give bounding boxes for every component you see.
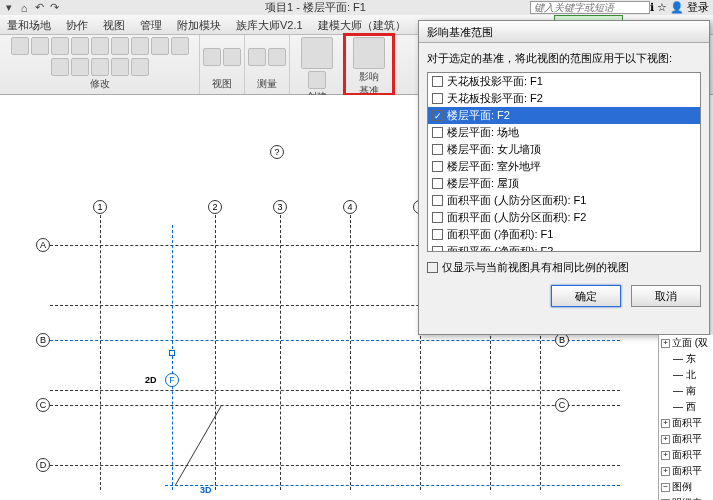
grid-bubble[interactable]: 3 — [273, 200, 287, 214]
checkbox-icon[interactable] — [432, 178, 443, 189]
tree-item[interactable]: −图例 — [659, 479, 713, 495]
checkbox-icon[interactable] — [432, 246, 443, 252]
tool-icon[interactable] — [268, 48, 286, 66]
grid-bubble[interactable]: D — [36, 458, 50, 472]
tree-item[interactable]: — 北 — [659, 367, 713, 383]
tool-icon[interactable] — [223, 48, 241, 66]
tool-icon[interactable] — [91, 37, 109, 55]
tool-icon[interactable] — [308, 71, 326, 89]
tool-icon[interactable] — [71, 37, 89, 55]
checkbox-icon[interactable] — [432, 110, 443, 121]
tool-icon[interactable] — [301, 37, 333, 69]
tab-collaborate[interactable]: 协作 — [59, 15, 96, 34]
grid-3d-label[interactable]: 3D — [200, 485, 212, 495]
propagate-extents-icon[interactable] — [353, 37, 385, 69]
grid-line[interactable] — [50, 465, 620, 466]
expand-icon[interactable]: + — [661, 451, 670, 460]
grid-line[interactable] — [50, 390, 620, 391]
project-browser[interactable]: +立面 (双— 东— 北— 南— 西+面积平+面积平+面积平+面积平−图例−明细… — [658, 335, 713, 500]
grid-line[interactable] — [350, 215, 351, 490]
tool-icon[interactable] — [131, 37, 149, 55]
undo-icon[interactable]: ↶ — [32, 1, 46, 15]
checkbox-icon[interactable] — [432, 229, 443, 240]
grid-bubble[interactable]: 1 — [93, 200, 107, 214]
grid-bubble[interactable]: 4 — [343, 200, 357, 214]
grid-bubble[interactable]: B — [36, 333, 50, 347]
view-list-item[interactable]: 天花板投影平面: F2 — [428, 90, 700, 107]
view-list-item[interactable]: 天花板投影平面: F1 — [428, 73, 700, 90]
expand-icon[interactable]: + — [661, 419, 670, 428]
view-list-item[interactable]: 楼层平面: 场地 — [428, 124, 700, 141]
drag-handle[interactable] — [169, 350, 175, 356]
tool-icon[interactable] — [71, 58, 89, 76]
grid-2d-label[interactable]: 2D — [145, 375, 157, 385]
tree-item[interactable]: — 西 — [659, 399, 713, 415]
expand-icon[interactable]: + — [661, 467, 670, 476]
star-icon[interactable]: ☆ — [657, 1, 667, 14]
tab-mass-site[interactable]: 量和场地 — [0, 15, 59, 34]
expand-icon[interactable]: + — [661, 339, 670, 348]
tab-family-lib[interactable]: 族库大师V2.1 — [229, 15, 311, 34]
tool-icon[interactable] — [111, 58, 129, 76]
checkbox-icon[interactable] — [432, 93, 443, 104]
checkbox-icon[interactable] — [432, 212, 443, 223]
checkbox-icon[interactable] — [432, 161, 443, 172]
tool-icon[interactable] — [131, 58, 149, 76]
grid-bubble[interactable]: 2 — [208, 200, 222, 214]
search-input[interactable] — [530, 1, 650, 14]
login-label[interactable]: 登录 — [687, 0, 709, 15]
tree-item[interactable]: +面积平 — [659, 447, 713, 463]
checkbox-icon[interactable] — [432, 76, 443, 87]
view-list-item[interactable]: 面积平面 (净面积): F2 — [428, 243, 700, 252]
tool-icon[interactable] — [51, 58, 69, 76]
checkbox-icon[interactable] — [427, 262, 438, 273]
grid-line[interactable] — [280, 215, 281, 490]
grid-bubble[interactable]: C — [36, 398, 50, 412]
tree-item[interactable]: +面积平 — [659, 431, 713, 447]
tab-addins[interactable]: 附加模块 — [170, 15, 229, 34]
tree-item[interactable]: — 南 — [659, 383, 713, 399]
checkbox-icon[interactable] — [432, 195, 443, 206]
grid-line-selected[interactable] — [50, 340, 620, 341]
tool-icon[interactable] — [111, 37, 129, 55]
tab-manage[interactable]: 管理 — [133, 15, 170, 34]
grid-line[interactable] — [50, 405, 620, 406]
tree-item[interactable]: +面积平 — [659, 463, 713, 479]
same-scale-option[interactable]: 仅显示与当前视图具有相同比例的视图 — [427, 260, 701, 275]
tool-icon[interactable] — [151, 37, 169, 55]
grid-bubble-sel[interactable]: F — [165, 373, 179, 387]
grid-bubble[interactable]: B — [555, 333, 569, 347]
dialog-titlebar[interactable]: 影响基准范围 — [419, 21, 709, 43]
view-list-item[interactable]: 楼层平面: 屋顶 — [428, 175, 700, 192]
view-list-item[interactable]: 面积平面 (人防分区面积): F1 — [428, 192, 700, 209]
tool-icon[interactable] — [31, 37, 49, 55]
redo-icon[interactable]: ↷ — [47, 1, 61, 15]
view-list[interactable]: 天花板投影平面: F1天花板投影平面: F2楼层平面: F2楼层平面: 场地楼层… — [427, 72, 701, 252]
grid-line[interactable] — [100, 215, 101, 490]
tool-icon[interactable] — [171, 37, 189, 55]
tree-item[interactable]: +面积平 — [659, 415, 713, 431]
expand-icon[interactable]: + — [661, 435, 670, 444]
view-list-item[interactable]: 面积平面 (人防分区面积): F2 — [428, 209, 700, 226]
grid-bubble[interactable]: ? — [270, 145, 284, 159]
info-icon[interactable]: ℹ — [650, 1, 654, 14]
tool-icon[interactable] — [248, 48, 266, 66]
grid-line-selected[interactable] — [165, 485, 620, 486]
grid-line-selected[interactable] — [172, 225, 173, 490]
tool-icon[interactable] — [91, 58, 109, 76]
view-list-item[interactable]: 楼层平面: 女儿墙顶 — [428, 141, 700, 158]
tree-item[interactable]: +立面 (双 — [659, 335, 713, 351]
checkbox-icon[interactable] — [432, 144, 443, 155]
grid-bubble[interactable]: C — [555, 398, 569, 412]
grid-bubble[interactable]: A — [36, 238, 50, 252]
tree-item[interactable]: −明细表 — [659, 495, 713, 500]
collapse-icon[interactable]: − — [661, 483, 670, 492]
tab-view[interactable]: 视图 — [96, 15, 133, 34]
tool-icon[interactable] — [11, 37, 29, 55]
user-icon[interactable]: 👤 — [670, 1, 684, 14]
checkbox-icon[interactable] — [432, 127, 443, 138]
cancel-button[interactable]: 取消 — [631, 285, 701, 307]
tool-icon[interactable] — [203, 48, 221, 66]
save-icon[interactable]: ▾ — [2, 1, 16, 15]
view-list-item[interactable]: 楼层平面: F2 — [428, 107, 700, 124]
